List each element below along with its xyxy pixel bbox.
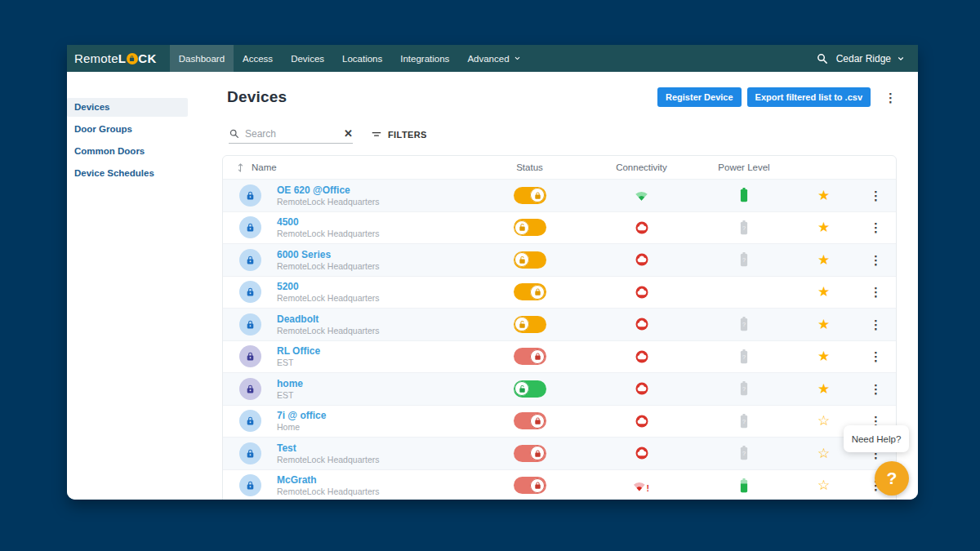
lock-toggle[interactable] [514,316,546,333]
device-name-link[interactable]: 4500 [277,216,473,228]
device-name-cell: RL Office EST [277,345,473,367]
favorite-star[interactable]: ★ [791,283,856,300]
nav-tab-devices[interactable]: Devices [282,45,333,72]
search-box: ✕ [229,127,353,144]
nav-tab-dashboard[interactable]: Dashboard [170,45,234,72]
device-lock-icon [239,378,261,400]
need-help-tooltip: Need Help? [844,425,909,452]
export-csv-button[interactable]: Export filtered list to .csv [747,87,871,107]
offline-cloud-icon [635,285,649,300]
star-icon: ★ [817,283,830,300]
device-name-link[interactable]: home [277,378,473,389]
device-icon-cell [223,184,277,207]
lock-toggle[interactable] [514,219,546,236]
device-lock-icon [239,184,261,207]
favorite-star[interactable]: ★ [791,380,856,398]
device-name-link[interactable]: 7i @ office [277,410,473,421]
search-icon[interactable] [816,52,828,64]
toggle-knob [514,220,529,235]
device-icon-cell [223,249,277,271]
lock-toggle[interactable] [514,477,546,494]
device-location: RemoteLock Headquarters [277,261,473,271]
lock-toggle[interactable] [514,445,546,462]
battery-unknown-icon: ? [740,414,748,429]
sidebar-item-device-schedules[interactable]: Device Schedules [67,164,188,183]
row-kebab-menu[interactable]: ⋮ [870,189,882,202]
lock-toggle[interactable] [514,187,546,204]
row-menu-cell: ⋮ [856,254,896,266]
favorite-star[interactable]: ★ [791,251,856,269]
chevron-down-icon [897,55,905,63]
lock-toggle[interactable] [514,251,546,269]
device-name-cell: 6000 Series RemoteLock Headquarters [277,249,473,271]
device-name-cell: 7i @ office Home [277,410,473,432]
clear-search-icon[interactable]: ✕ [344,127,353,140]
row-kebab-menu[interactable]: ⋮ [870,318,882,331]
sort-icon[interactable] [236,162,245,173]
status-cell [473,187,586,204]
sidebar-item-door-groups[interactable]: Door Groups [67,120,188,139]
device-name-link[interactable]: Deadbolt [277,313,473,325]
power-cell: ? [697,220,791,235]
filters-button[interactable]: FILTERS [371,129,427,144]
device-location: Home [277,422,473,432]
sidebar: DevicesDoor GroupsCommon DoorsDevice Sch… [67,72,222,500]
lock-toggle[interactable] [514,412,546,429]
account-switcher[interactable]: Cedar Ridge [836,53,905,64]
table-row: McGrath RemoteLock Headquarters ! ? ☆ ⋮ [223,470,896,500]
sidebar-item-common-doors[interactable]: Common Doors [67,142,188,161]
device-icon-cell [223,216,277,238]
header-kebab-menu[interactable]: ⋮ [884,91,897,104]
device-name-link[interactable]: OE 620 @Office [277,184,473,196]
favorite-star[interactable]: ★ [791,316,856,333]
device-name-cell: McGrath RemoteLock Headquarters [277,474,473,496]
lock-toggle[interactable] [514,348,546,365]
row-kebab-menu[interactable]: ⋮ [870,286,882,298]
row-kebab-menu[interactable]: ⋮ [870,254,882,266]
device-name-link[interactable]: RL Office [277,345,473,357]
favorite-star[interactable]: ★ [791,348,856,365]
row-kebab-menu[interactable]: ⋮ [870,383,882,395]
nav-tab-locations[interactable]: Locations [333,45,391,72]
table-row: home EST ! ? ★ ⋮ [223,373,896,406]
nav-tabs: DashboardAccessDevicesLocationsIntegrati… [170,45,530,72]
connectivity-cell: ! [586,446,697,460]
lock-toggle[interactable] [514,380,546,398]
search-input[interactable] [245,128,320,140]
svg-text:?: ? [742,322,746,329]
device-location: RemoteLock Headquarters [277,487,473,496]
svg-text:?: ? [742,353,746,361]
sidebar-item-devices[interactable]: Devices [67,98,188,117]
register-device-button[interactable]: Register Device [657,87,742,107]
lock-toggle[interactable] [514,283,546,300]
search-icon [229,128,239,139]
table-row: Test RemoteLock Headquarters ! ? ☆ ⋮ [223,438,896,470]
favorite-star[interactable]: ★ [791,187,856,204]
remotelock-logo[interactable]: RemoteLCK [74,45,157,72]
device-name-link[interactable]: 6000 Series [277,249,473,260]
logo-text-l: L [118,51,127,65]
table-row: Deadbolt RemoteLock Headquarters ! ? ★ ⋮ [223,309,896,341]
device-name-link[interactable]: McGrath [277,474,473,486]
battery-partial-icon [740,478,748,493]
nav-tab-access[interactable]: Access [234,45,282,72]
svg-text:!: ! [646,484,648,493]
favorite-star[interactable]: ☆ [791,477,856,494]
device-name-link[interactable]: Test [277,442,473,454]
status-cell [473,219,586,236]
nav-tab-integrations[interactable]: Integrations [391,45,458,72]
device-name-link[interactable]: 5200 [277,281,473,292]
account-name: Cedar Ridge [836,53,891,64]
row-kebab-menu[interactable]: ⋮ [870,350,882,362]
help-button[interactable]: ? [875,461,909,495]
filter-icon [371,129,382,140]
favorite-star[interactable]: ★ [791,219,856,236]
device-location: EST [277,390,473,400]
logo-lock-icon [127,53,138,64]
connectivity-cell: ! [586,189,697,202]
nav-tab-advanced[interactable]: Advanced [458,45,529,72]
wifi-online-icon [634,189,649,202]
column-name[interactable]: Name [223,162,473,173]
device-location: RemoteLock Headquarters [277,455,473,464]
row-kebab-menu[interactable]: ⋮ [870,221,882,233]
